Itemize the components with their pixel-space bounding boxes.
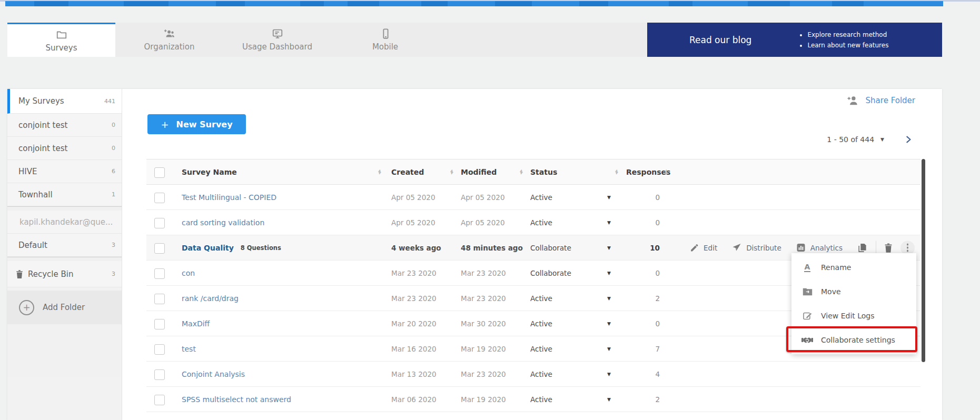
survey-name-link[interactable]: rank /card/drag xyxy=(182,294,239,303)
sidebar-item-shared-folder[interactable]: kapil.khandekar@que... xyxy=(7,211,122,234)
created-date: Mar 23 2020 xyxy=(391,294,437,303)
row-checkbox[interactable] xyxy=(154,243,165,254)
bar-chart-icon xyxy=(796,243,806,253)
row-checkbox[interactable] xyxy=(154,268,165,279)
column-header-responses[interactable]: Responses xyxy=(626,168,670,176)
row-checkbox[interactable] xyxy=(154,193,165,203)
modified-date: Mar 19 2020 xyxy=(461,395,506,404)
column-header-modified[interactable]: Modified xyxy=(461,168,497,176)
new-survey-button[interactable]: + New Survey xyxy=(147,114,246,134)
analytics-button[interactable]: Analytics xyxy=(796,243,843,253)
status-dropdown-caret[interactable]: ▼ xyxy=(607,271,611,276)
folder-count: 3 xyxy=(112,242,115,248)
row-checkbox[interactable] xyxy=(154,319,165,329)
table-header-row: Survey Name ▲▼ Created ▲▼ Modified ▲▼ St… xyxy=(146,159,920,185)
responses-count: 2 xyxy=(620,395,660,404)
folder-count: 1 xyxy=(112,191,115,198)
add-folder-button[interactable]: + Add Folder xyxy=(7,291,122,324)
tab-organization[interactable]: Organization xyxy=(115,23,223,57)
status-dropdown-caret[interactable]: ▼ xyxy=(607,346,611,352)
analytics-label: Analytics xyxy=(810,244,843,252)
tab-surveys[interactable]: Surveys xyxy=(7,23,115,57)
survey-name-link[interactable]: Conjoint Analysis xyxy=(182,370,245,378)
status-dropdown-caret[interactable]: ▼ xyxy=(607,220,611,225)
next-page-button[interactable] xyxy=(904,135,913,144)
responses-count: 2 xyxy=(620,294,660,303)
status-dropdown-caret[interactable]: ▼ xyxy=(607,195,611,200)
select-all-checkbox[interactable] xyxy=(154,167,165,178)
menu-item-label: Move xyxy=(821,287,841,296)
modified-date: Mar 19 2020 xyxy=(461,345,506,353)
row-checkbox[interactable] xyxy=(154,395,165,405)
modified-date: Apr 05 2020 xyxy=(461,193,504,202)
status-dropdown-caret[interactable]: ▼ xyxy=(607,245,611,251)
table-scrollbar[interactable] xyxy=(922,159,925,362)
trash-icon xyxy=(15,269,24,279)
status-value[interactable]: Collaborate xyxy=(530,244,571,252)
banner-bullet-list: Explore research method Learn about new … xyxy=(800,29,888,51)
status-value[interactable]: Active xyxy=(530,294,552,303)
pagination-caret-icon[interactable]: ▼ xyxy=(880,137,884,142)
tab-usage-dashboard[interactable]: Usage Dashboard xyxy=(223,23,331,57)
survey-row: SPSS multiselect not answerd Mar 06 2020… xyxy=(146,387,920,412)
column-header-survey-name[interactable]: Survey Name xyxy=(182,168,237,176)
menu-item-move[interactable]: Move xyxy=(791,279,916,304)
menu-item-collaborate-settings[interactable]: Collaborate settings xyxy=(791,328,916,352)
status-dropdown-caret[interactable]: ▼ xyxy=(607,296,611,301)
column-header-created[interactable]: Created xyxy=(391,168,424,176)
row-checkbox[interactable] xyxy=(154,294,165,304)
distribute-button[interactable]: Distribute xyxy=(732,243,781,253)
sidebar-item-conjoint-test-2[interactable]: conjoint test 0 xyxy=(7,137,122,160)
status-value[interactable]: Active xyxy=(530,319,552,328)
responses-count: 10 xyxy=(620,244,660,252)
sidebar-item-townhall[interactable]: Townhall 1 xyxy=(7,183,122,206)
survey-name-link[interactable]: card sorting validation xyxy=(182,218,264,227)
folder-count: 0 xyxy=(112,145,115,152)
column-header-status[interactable]: Status xyxy=(530,168,557,176)
created-date: Apr 05 2020 xyxy=(391,218,435,227)
status-dropdown-caret[interactable]: ▼ xyxy=(607,397,611,402)
folder-icon xyxy=(56,29,67,41)
survey-name-link[interactable]: test xyxy=(182,345,196,353)
more-options-button[interactable] xyxy=(900,241,915,255)
tab-mobile[interactable]: Mobile xyxy=(331,23,439,57)
status-value[interactable]: Active xyxy=(530,193,552,202)
created-date: Mar 13 2020 xyxy=(391,370,437,378)
status-value[interactable]: Collaborate xyxy=(530,269,571,277)
status-value[interactable]: Active xyxy=(530,370,552,378)
status-dropdown-caret[interactable]: ▼ xyxy=(607,372,611,377)
app-screen: Surveys Organization Usage Dashboard Mob… xyxy=(0,0,980,420)
sidebar-item-hive[interactable]: HIVE 6 xyxy=(7,160,122,183)
edit-button[interactable]: Edit xyxy=(690,243,717,252)
delete-survey-button[interactable] xyxy=(884,243,893,253)
survey-row: card sorting validation Apr 05 2020 Apr … xyxy=(146,210,920,235)
status-value[interactable]: Active xyxy=(530,345,552,353)
modified-date: Mar 23 2020 xyxy=(461,370,506,378)
survey-name-link[interactable]: SPSS multiselect not answerd xyxy=(182,395,291,404)
sidebar-item-default[interactable]: Default 3 xyxy=(7,234,122,257)
survey-name-link[interactable]: Test Multilingual - COPIED xyxy=(182,193,276,202)
status-value[interactable]: Active xyxy=(530,218,552,227)
row-checkbox[interactable] xyxy=(154,369,165,380)
folder-label: conjoint test xyxy=(18,144,67,153)
sidebar-item-my-surveys[interactable]: My Surveys 441 xyxy=(7,89,122,114)
status-dropdown-caret[interactable]: ▼ xyxy=(607,321,611,326)
survey-name-link[interactable]: con xyxy=(182,269,195,277)
survey-name-link[interactable]: MaxDiff xyxy=(182,319,210,328)
copy-survey-button[interactable] xyxy=(857,243,867,253)
modified-date: Mar 23 2020 xyxy=(461,269,506,277)
status-value[interactable]: Active xyxy=(530,395,552,404)
share-folder-button[interactable]: Share Folder xyxy=(847,95,915,106)
menu-item-rename[interactable]: A Rename xyxy=(791,255,916,279)
sidebar-item-conjoint-test-1[interactable]: conjoint test 0 xyxy=(7,114,122,137)
row-action-cluster: Edit Distribute Analytics xyxy=(690,241,915,255)
row-checkbox[interactable] xyxy=(154,344,165,355)
survey-name-link[interactable]: Data Quality xyxy=(182,244,234,252)
menu-item-view-edit-logs[interactable]: View Edit Logs xyxy=(791,304,916,328)
question-count-badge: 8 Questions xyxy=(241,244,281,252)
pagination-range[interactable]: 1 - 50 of 444 xyxy=(827,135,874,144)
sidebar-item-recycle-bin[interactable]: Recycle Bin 3 xyxy=(7,261,122,287)
read-our-blog-link[interactable]: Read our blog xyxy=(689,35,751,45)
modified-date: Mar 30 2020 xyxy=(461,319,506,328)
row-checkbox[interactable] xyxy=(154,218,165,228)
